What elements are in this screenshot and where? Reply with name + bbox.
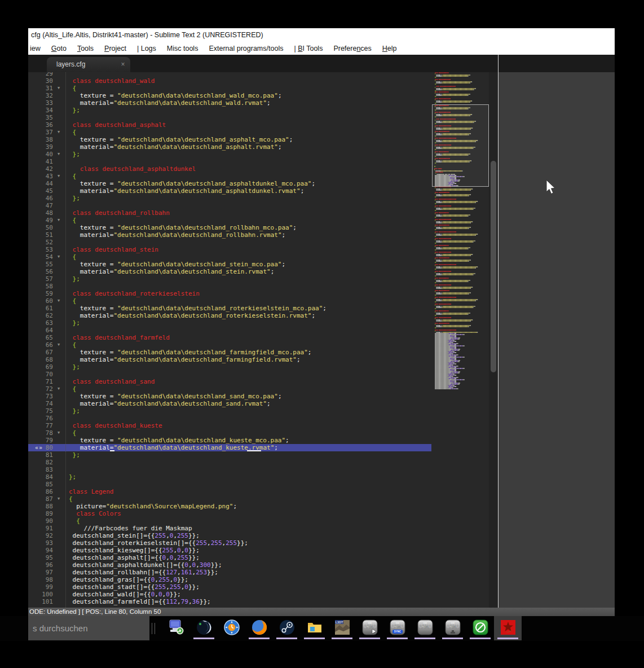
taskbar-clock-compass-button[interactable] xyxy=(218,616,245,640)
title-bar: cfg (Altis_Life.Altis, Distrikt41-master… xyxy=(28,28,615,42)
menu-item---bi-tools[interactable]: | BI Tools xyxy=(294,45,323,52)
code-text: texture = "deutschland\data\deutschland_… xyxy=(65,136,293,143)
menu-item-external-programs-tools[interactable]: External programs/tools xyxy=(209,45,283,52)
line-number: 33 xyxy=(28,99,58,107)
minimap-viewport[interactable] xyxy=(432,104,489,187)
fold-arrow-icon[interactable]: ▼ xyxy=(58,341,65,349)
running-indicator xyxy=(193,638,214,639)
line-number: 36 xyxy=(28,121,58,129)
menu-item-misc-tools[interactable]: Misc tools xyxy=(167,45,199,52)
code-line: 78▼ { xyxy=(28,429,498,437)
code-line: 62 material="deutschland\data\deutschlan… xyxy=(28,312,498,319)
code-text: { xyxy=(65,495,73,503)
taskbar-green-dial-button[interactable] xyxy=(466,616,494,640)
code-line: 77 class deutschland_kueste xyxy=(28,422,498,429)
fold-arrow-icon[interactable]: ▼ xyxy=(58,217,65,224)
line-number: 73 xyxy=(28,393,58,400)
menu-item-project[interactable]: Project xyxy=(104,45,126,52)
fold-gutter xyxy=(58,510,65,517)
code-text: class Colors xyxy=(65,510,121,517)
taskbar-l3dt-button[interactable]: L3DT xyxy=(328,616,356,640)
code-line: 70 xyxy=(28,371,498,378)
code-text: { xyxy=(65,129,76,136)
line-number: 42 xyxy=(28,165,58,173)
code-editor[interactable]: 2930 class deutschland_wald31▼ {32 textu… xyxy=(28,72,498,608)
firefox-icon xyxy=(251,619,268,638)
line-number: 94 xyxy=(28,547,58,554)
taskbar-icons: L3DTARMA•••ARMA•••SYNCARMA•••ARMA••• xyxy=(162,616,522,640)
taskbar-red-alert-button[interactable] xyxy=(494,616,522,640)
menu-item---logs[interactable]: | Logs xyxy=(137,45,156,52)
code-line: 64 xyxy=(28,327,498,334)
line-number: 71 xyxy=(28,378,58,385)
line-number: 81 xyxy=(28,451,58,459)
code-line: 91 ///Farbcodes fuer die Maskmap xyxy=(28,525,498,532)
fold-arrow-icon[interactable]: ▼ xyxy=(58,151,65,158)
line-number: 55 xyxy=(28,261,58,268)
gutter-divider xyxy=(65,72,66,608)
gutter-selection-marker: «» xyxy=(35,444,43,451)
menu-item-preferences[interactable]: Preferences xyxy=(333,45,371,52)
line-number: 49 xyxy=(28,217,58,224)
code-line: 76 xyxy=(28,415,498,422)
fold-arrow-icon[interactable]: ▼ xyxy=(58,385,65,393)
fold-gutter xyxy=(58,202,65,209)
menu-item-goto[interactable]: Goto xyxy=(51,45,67,52)
fold-gutter xyxy=(58,231,65,239)
taskbar-arma-sync-button[interactable]: ARMA•••SYNC xyxy=(383,616,411,640)
taskbar-search-input[interactable]: s durchsuchen xyxy=(28,616,149,640)
taskbar-arma-play-button[interactable]: ARMA••• xyxy=(356,616,383,640)
fold-arrow-icon[interactable]: ▼ xyxy=(58,253,65,261)
taskbar-arma-button[interactable]: ARMA••• xyxy=(411,616,439,640)
line-number: 76 xyxy=(28,415,58,422)
running-indicator xyxy=(470,638,491,639)
menu-item-iew[interactable]: iew xyxy=(30,45,41,52)
line-number: 96 xyxy=(28,561,58,569)
l3dt-icon: L3DT xyxy=(334,619,351,638)
code-line: 85 xyxy=(28,481,498,488)
code-text: material="deutschland\data\deutschland_f… xyxy=(65,356,301,363)
code-line: 75 }; xyxy=(28,407,498,415)
code-text: class deutschland_sand xyxy=(65,378,155,385)
taskbar-arma-alt-button[interactable]: ARMA••• xyxy=(439,616,466,640)
scrollbar-thumb[interactable] xyxy=(491,161,496,372)
fold-gutter xyxy=(58,195,65,202)
line-number: 91 xyxy=(28,525,58,532)
fold-arrow-icon[interactable]: ▼ xyxy=(58,495,65,503)
green-dial-icon xyxy=(472,619,489,638)
code-lines: 2930 class deutschland_wald31▼ {32 textu… xyxy=(28,72,498,605)
code-text: { xyxy=(65,173,76,180)
taskbar-daemon-tools-button[interactable] xyxy=(190,616,218,640)
tab-close-icon[interactable]: × xyxy=(117,57,129,72)
fold-arrow-icon[interactable]: ▼ xyxy=(58,429,65,437)
fold-gutter xyxy=(58,77,65,85)
fold-arrow-icon[interactable]: ▼ xyxy=(58,173,65,180)
line-number: 46 xyxy=(28,195,58,202)
status-text: ODE: Undefined ] [ POS:, Line 80, Column… xyxy=(29,608,161,615)
fold-arrow-icon[interactable]: ▼ xyxy=(58,129,65,136)
taskbar-firefox-button[interactable] xyxy=(245,616,273,640)
fold-arrow-icon[interactable]: ▼ xyxy=(58,297,65,305)
menu-item-help[interactable]: Help xyxy=(382,45,397,52)
code-line: 99 deutschland_stadt[]={{255,255,0}}; xyxy=(28,583,498,591)
fold-gutter xyxy=(58,327,65,334)
line-number: 98 xyxy=(28,576,58,583)
code-text: deutschland_kiesweg[]={{255,0,0}}; xyxy=(65,547,200,554)
taskbar-file-explorer-button[interactable] xyxy=(301,616,328,640)
line-number: 41 xyxy=(28,158,58,165)
fold-gutter xyxy=(58,363,65,371)
fold-gutter xyxy=(58,444,65,451)
code-line: 37▼ { xyxy=(28,129,498,136)
taskbar-computer-button[interactable] xyxy=(162,616,190,640)
fold-gutter xyxy=(58,576,65,583)
line-number: 58 xyxy=(28,283,58,290)
line-number: 34 xyxy=(28,107,58,114)
tab-label: layers.cfg xyxy=(56,60,85,68)
fold-gutter xyxy=(58,554,65,561)
taskbar-steam-button[interactable] xyxy=(273,616,301,640)
fold-arrow-icon[interactable]: ▼ xyxy=(58,85,65,92)
line-number: 86 xyxy=(28,488,58,495)
code-text: class deutschland_asphaltdunkel xyxy=(65,165,196,173)
code-text: deutschland_roterkieselstein[]={{255,255… xyxy=(65,539,248,547)
menu-item-tools[interactable]: Tools xyxy=(77,45,94,52)
